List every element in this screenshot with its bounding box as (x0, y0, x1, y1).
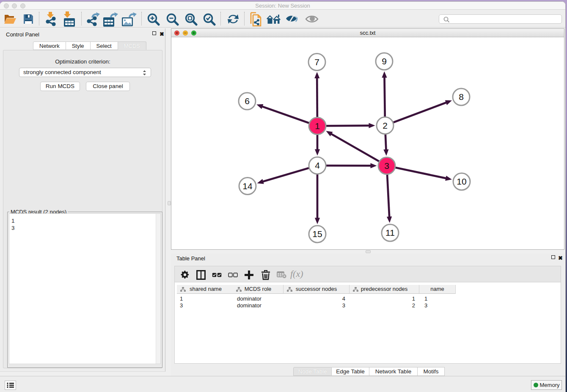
svg-text:1: 1 (315, 121, 320, 131)
svg-text:9: 9 (382, 56, 387, 66)
svg-text:15: 15 (312, 229, 322, 239)
svg-text:6: 6 (245, 96, 250, 106)
svg-text:14: 14 (242, 181, 253, 191)
svg-text:7: 7 (314, 57, 319, 67)
svg-text:f(x): f(x) (290, 269, 303, 279)
svg-text:8: 8 (459, 92, 464, 102)
svg-text:11: 11 (385, 228, 395, 237)
svg-text:10: 10 (457, 177, 466, 186)
svg-text:4: 4 (315, 160, 320, 170)
svg-text:2: 2 (383, 121, 388, 130)
svg-text:3: 3 (384, 161, 389, 171)
